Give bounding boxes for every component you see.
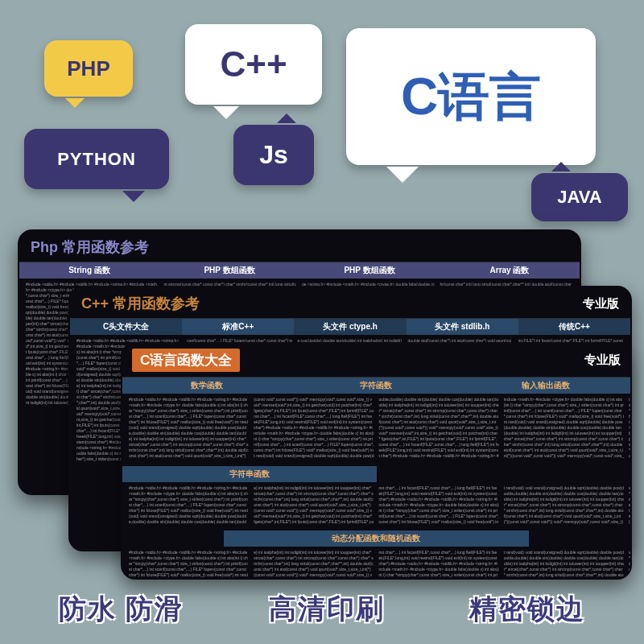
feature-hd-print: 高清印刷 bbox=[269, 591, 385, 628]
mousepad-c-body-3: #include <stdio.h> #include <stdlib.h> #… bbox=[122, 547, 630, 580]
col-header: 头文件 stdlib.h bbox=[407, 319, 518, 335]
col-header: 输入输出函数 bbox=[461, 378, 630, 394]
bubble-java: JAVA bbox=[531, 173, 628, 221]
col-header: Array 函数 bbox=[440, 262, 580, 279]
col-header: PHP 数组函数 bbox=[159, 262, 299, 279]
col-header: 传统C++ bbox=[518, 319, 630, 335]
col-header: 字符函数 bbox=[291, 378, 460, 394]
bubble-c-language: C语言 bbox=[346, 28, 596, 165]
mousepad-cpp-title: C++ 常用函数参考 bbox=[81, 294, 200, 313]
feature-bar: 防水 防滑 高清印刷 精密锁边 bbox=[0, 591, 644, 628]
feature-waterproof: 防水 防滑 bbox=[59, 591, 184, 628]
mousepad-php-columns: String 函数 PHP 数组函数 PHP 数组函数 Array 函数 bbox=[19, 262, 580, 279]
bubble-js-label: Js bbox=[259, 140, 288, 170]
feature-stitched-edge: 精密锁边 bbox=[469, 591, 585, 628]
bubble-cpp: C++ bbox=[185, 24, 322, 105]
col-header: 数学函数 bbox=[122, 378, 291, 394]
col-header: 字符串函数 bbox=[122, 466, 377, 482]
mousepad-c-body-1: #include <stdio.h> #include <stdlib.h> #… bbox=[122, 394, 630, 466]
mousepad-c-title: C语言函数大全 bbox=[132, 349, 240, 372]
mousepad-php-title: Php 常用函数参考 bbox=[19, 231, 580, 262]
mousepad-cpp-badge: 专业版 bbox=[583, 296, 619, 312]
col-header: String 函数 bbox=[19, 262, 159, 279]
mousepad-c-columns-3: 动态分配函数和随机函数 bbox=[122, 530, 630, 547]
col-header: 头文件 ctype.h bbox=[294, 319, 406, 335]
col-header: 标准C++ bbox=[182, 319, 294, 335]
mousepad-c-columns-2: 字符串函数 bbox=[122, 466, 630, 482]
bubble-cpp-label: C++ bbox=[220, 44, 287, 85]
bubble-clang-label: C语言 bbox=[401, 62, 541, 132]
bubble-python: PYTHON bbox=[24, 129, 169, 189]
mousepad-c-titlebar: C语言函数大全 专业版 bbox=[122, 344, 630, 378]
bubble-php-label: PHP bbox=[67, 56, 109, 81]
mousepad-c-badge: 专业版 bbox=[584, 353, 621, 368]
bubble-python-label: PYTHON bbox=[57, 149, 136, 170]
col-header: 动态分配函数和随机函数 bbox=[224, 530, 529, 547]
bubble-java-label: JAVA bbox=[557, 187, 601, 208]
mousepad-c-columns-1: 数学函数 字符函数 输入输出函数 bbox=[122, 378, 630, 394]
mousepad-c-body-2: #include <stdio.h> #include <stdlib.h> #… bbox=[122, 482, 630, 530]
bubble-php: PHP bbox=[44, 40, 133, 97]
mousepad-c: C语言函数大全 专业版 数学函数 字符函数 输入输出函数 #include <s… bbox=[121, 342, 632, 580]
col-header: PHP 数组函数 bbox=[299, 262, 440, 279]
col-header: C头文件大全 bbox=[70, 319, 182, 335]
mousepad-cpp-titlebar: C++ 常用函数参考 专业版 bbox=[70, 287, 630, 319]
mousepad-cpp-columns: C头文件大全 标准C++ 头文件 ctype.h 头文件 stdlib.h 传统… bbox=[70, 319, 630, 335]
bubble-js: Js bbox=[233, 125, 314, 185]
